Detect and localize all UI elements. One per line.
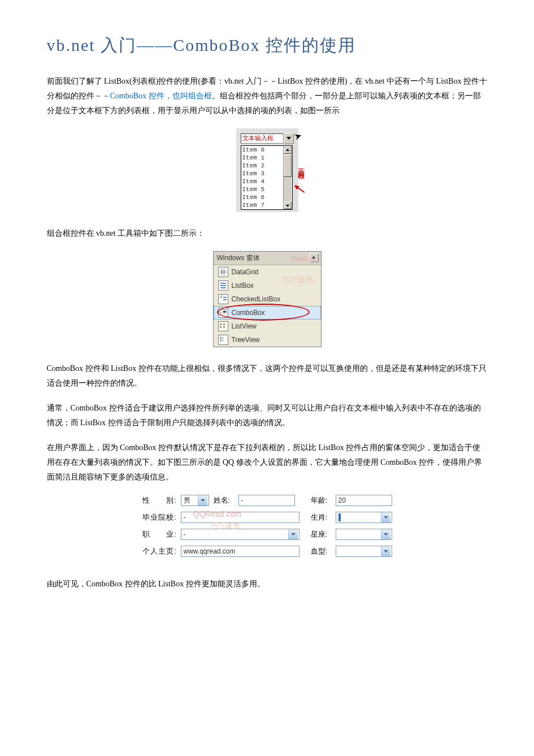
- gender-label: 性 别:: [142, 495, 176, 506]
- treeview-icon: [218, 335, 228, 345]
- toolbox-item-label: ComboBox: [232, 309, 265, 317]
- scroll-down-icon[interactable]: [284, 201, 292, 209]
- scroll-up-icon[interactable]: [284, 146, 292, 154]
- checkedlistbox-icon: [218, 294, 228, 304]
- fig1-textbox[interactable]: 文本输入框: [241, 133, 284, 144]
- name-label: 姓名:: [214, 495, 234, 506]
- list-item[interactable]: Item 5: [242, 185, 283, 193]
- blood-label: 血型:: [311, 546, 331, 556]
- figure-3: QQRead.com 巧巧读书 WWW.POLUOLUO.COM 性 别: 男 …: [47, 495, 488, 563]
- list-item[interactable]: Item 2: [242, 162, 283, 170]
- fig1-scrollbar[interactable]: [283, 146, 292, 209]
- toolbox-item-listview[interactable]: ListView: [214, 319, 321, 333]
- age-label: 年龄:: [311, 495, 331, 506]
- name-input[interactable]: [238, 495, 295, 506]
- list-item[interactable]: Item 7: [242, 201, 283, 209]
- paragraph-2: 组合框控件在 vb.net 工具箱中如下图二所示：: [47, 226, 488, 241]
- toolbox-item-combobox[interactable]: ComboBox: [214, 306, 321, 319]
- datagrid-icon: [218, 267, 228, 277]
- zodiac-label: 生肖:: [311, 512, 331, 522]
- job-select[interactable]: -: [181, 529, 299, 540]
- toolbox-item-datagrid[interactable]: DataGrid: [214, 265, 321, 279]
- chevron-down-icon[interactable]: [198, 495, 207, 506]
- job-value: -: [183, 530, 288, 538]
- job-label: 职 业:: [142, 529, 176, 539]
- toolbox-item-checkedlistbox[interactable]: CheckedListBox: [214, 292, 321, 306]
- toolbox-item-treeview[interactable]: TreeView: [214, 333, 321, 347]
- gender-value: 男: [183, 496, 198, 506]
- scroll-thumb[interactable]: [284, 154, 292, 177]
- page-title: vb.net 入门——ComboBox 控件的使用: [47, 34, 488, 57]
- paragraph-3: ComboBox 控件和 ListBox 控件在功能上很相似，很多情况下，这两个…: [47, 361, 488, 391]
- toolbox-item-label: TreeView: [232, 336, 260, 344]
- paragraph-5: 在用户界面上，因为 ComboBox 控件默认情况下是存在下拉列表框的，所以比 …: [47, 440, 488, 485]
- fig2-header[interactable]: Windows 窗体: [214, 252, 321, 265]
- list-item[interactable]: Item 3: [242, 170, 283, 178]
- figure-2: Windows 窗体 DataGrid ListBox CheckedListB…: [47, 251, 488, 347]
- zodiac-select[interactable]: [336, 512, 392, 523]
- collapse-up-icon[interactable]: [310, 253, 319, 262]
- fig1-listbox[interactable]: Item 0 Item 1 Item 2 Item 3 Item 4 Item …: [241, 145, 293, 210]
- zodiac-value: [338, 513, 341, 521]
- list-item[interactable]: Item 0: [242, 146, 283, 154]
- paragraph-6: 由此可见，ComboBox 控件的比 ListBox 控件更加能灵活多用。: [47, 577, 488, 591]
- combobox-icon: [218, 308, 228, 318]
- toolbox-item-listbox[interactable]: ListBox: [214, 279, 321, 292]
- cursor-icon: ➤: [293, 129, 303, 142]
- toolbox-item-label: DataGrid: [232, 268, 259, 276]
- p1-link-combobox[interactable]: ComboBox 控件，也叫组合框: [110, 92, 212, 100]
- chevron-down-icon[interactable]: [381, 546, 390, 556]
- figure-1: 文本输入框 ➤ Item 0 Item 1 Item 2 Item 3 Item…: [47, 128, 488, 212]
- list-item[interactable]: Item 1: [242, 154, 283, 162]
- toolbox-item-label: ListView: [232, 322, 257, 330]
- fig1-dropdown-button[interactable]: [284, 133, 294, 144]
- fig2-header-label: Windows 窗体: [217, 254, 260, 262]
- list-item[interactable]: Item 4: [242, 178, 283, 185]
- fig1-textbox-label: 文本输入框: [242, 135, 273, 142]
- toolbox-item-label: ListBox: [232, 282, 254, 290]
- chevron-down-icon[interactable]: [381, 529, 390, 539]
- constellation-label: 星座:: [311, 529, 331, 539]
- paragraph-1: 前面我们了解了 ListBox(列表框)控件的使用(参看：vb.net 入门－－…: [47, 74, 488, 118]
- paragraph-4: 通常，ComboBox 控件适合于建议用户选择控件所列举的选项、同时又可以让用户…: [47, 401, 488, 430]
- blood-select[interactable]: [336, 546, 392, 557]
- fig1-annotation: 下拉列表框: [297, 163, 306, 169]
- constellation-select[interactable]: [336, 529, 392, 540]
- gender-select[interactable]: 男: [181, 495, 209, 506]
- list-item[interactable]: Item 6: [242, 193, 283, 201]
- homepage-input[interactable]: [181, 546, 299, 557]
- toolbox-item-label: CheckedListBox: [232, 295, 281, 303]
- listbox-icon: [218, 280, 228, 291]
- homepage-label: 个人主页:: [142, 546, 176, 556]
- chevron-down-icon[interactable]: [288, 529, 298, 539]
- school-label: 毕业院校:: [142, 512, 176, 522]
- age-input[interactable]: [336, 495, 392, 506]
- school-input[interactable]: [181, 512, 299, 523]
- chevron-down-icon[interactable]: [381, 512, 390, 522]
- listview-icon: [218, 321, 228, 331]
